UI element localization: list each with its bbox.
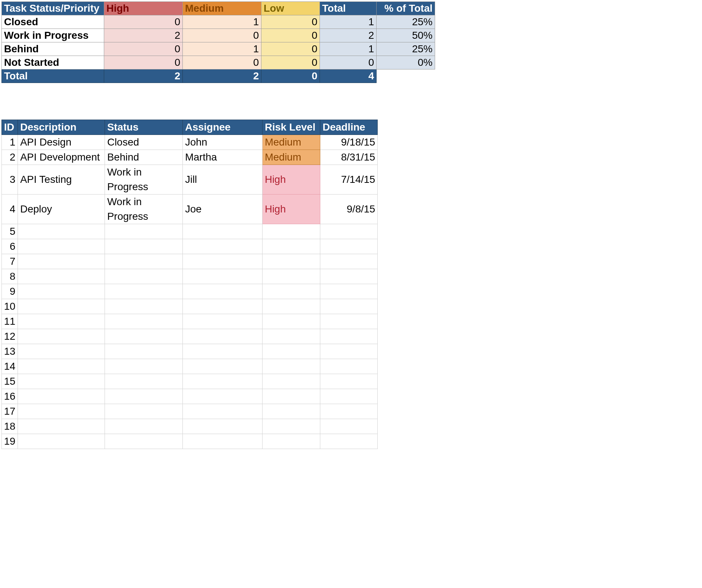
cell-assignee[interactable] [183, 284, 263, 299]
cell-assignee[interactable] [183, 389, 263, 404]
cell-status[interactable] [105, 239, 183, 254]
summary-cell[interactable]: 0 [104, 42, 183, 56]
col-header-risk[interactable]: Risk Level [263, 120, 320, 135]
cell-description[interactable] [18, 314, 105, 329]
cell-deadline[interactable] [320, 284, 378, 299]
col-header-medium[interactable]: Medium [183, 2, 261, 15]
cell-risk[interactable] [263, 284, 320, 299]
cell-description[interactable] [18, 329, 105, 344]
cell-status[interactable] [105, 344, 183, 359]
cell-description[interactable] [18, 224, 105, 239]
cell-risk[interactable] [263, 404, 320, 419]
col-header-description[interactable]: Description [18, 120, 105, 135]
cell-description[interactable]: API Development [18, 150, 105, 165]
summary-row-label[interactable]: Behind [2, 42, 104, 56]
cell-description[interactable] [18, 434, 105, 449]
cell-risk[interactable] [263, 329, 320, 344]
cell-risk[interactable] [263, 254, 320, 269]
cell-id[interactable]: 15 [2, 374, 18, 389]
summary-cell[interactable]: 1 [320, 42, 377, 56]
cell-deadline[interactable] [320, 254, 378, 269]
summary-cell[interactable]: 50% [377, 29, 435, 42]
summary-row-label[interactable]: Closed [2, 15, 104, 29]
summary-cell[interactable]: 0 [183, 29, 261, 42]
col-header-id[interactable]: ID [2, 120, 18, 135]
cell-risk[interactable]: Medium [263, 135, 320, 150]
cell-deadline[interactable] [320, 314, 378, 329]
summary-cell[interactable]: 0 [261, 15, 320, 29]
cell-description[interactable] [18, 299, 105, 314]
cell-risk[interactable] [263, 434, 320, 449]
cell-assignee[interactable] [183, 329, 263, 344]
cell-description[interactable]: Deploy [18, 195, 105, 224]
cell-id[interactable]: 1 [2, 135, 18, 150]
col-header-low[interactable]: Low [261, 2, 320, 15]
cell-status[interactable] [105, 299, 183, 314]
col-header-deadline[interactable]: Deadline [320, 120, 378, 135]
summary-cell[interactable]: 0% [377, 56, 435, 69]
cell-assignee[interactable]: Martha [183, 150, 263, 165]
cell-id[interactable]: 8 [2, 269, 18, 284]
summary-total-cell[interactable]: 0 [261, 69, 320, 83]
cell-deadline[interactable]: 9/18/15 [320, 135, 378, 150]
cell-assignee[interactable] [183, 224, 263, 239]
cell-assignee[interactable] [183, 314, 263, 329]
cell-assignee[interactable] [183, 374, 263, 389]
cell-status[interactable] [105, 254, 183, 269]
cell-status[interactable]: Behind [105, 150, 183, 165]
cell-assignee[interactable] [183, 254, 263, 269]
summary-cell[interactable]: 0 [104, 15, 183, 29]
cell-id[interactable]: 7 [2, 254, 18, 269]
col-header-high[interactable]: High [104, 2, 183, 15]
cell-risk[interactable] [263, 344, 320, 359]
cell-deadline[interactable] [320, 269, 378, 284]
cell-deadline[interactable] [320, 224, 378, 239]
cell-description[interactable] [18, 359, 105, 374]
cell-id[interactable]: 10 [2, 299, 18, 314]
cell-id[interactable]: 9 [2, 284, 18, 299]
cell-status[interactable] [105, 434, 183, 449]
summary-cell[interactable]: 0 [104, 56, 183, 69]
summary-cell[interactable]: 1 [320, 15, 377, 29]
cell-deadline[interactable] [320, 404, 378, 419]
cell-id[interactable]: 19 [2, 434, 18, 449]
cell-id[interactable]: 17 [2, 404, 18, 419]
cell-assignee[interactable]: Jill [183, 165, 263, 195]
cell-deadline[interactable] [320, 239, 378, 254]
cell-risk[interactable] [263, 224, 320, 239]
summary-cell[interactable]: 0 [261, 56, 320, 69]
cell-assignee[interactable] [183, 404, 263, 419]
summary-row-label[interactable]: Work in Progress [2, 29, 104, 42]
cell-deadline[interactable] [320, 419, 378, 434]
cell-description[interactable] [18, 389, 105, 404]
cell-assignee[interactable]: Joe [183, 195, 263, 224]
cell-deadline[interactable]: 9/8/15 [320, 195, 378, 224]
cell-id[interactable]: 12 [2, 329, 18, 344]
cell-id[interactable]: 2 [2, 150, 18, 165]
cell-risk[interactable] [263, 359, 320, 374]
summary-cell[interactable]: 1 [183, 15, 261, 29]
cell-risk[interactable] [263, 299, 320, 314]
summary-cell[interactable]: 25% [377, 42, 435, 56]
cell-deadline[interactable] [320, 359, 378, 374]
cell-status[interactable] [105, 374, 183, 389]
cell-risk[interactable] [263, 269, 320, 284]
cell-deadline[interactable] [320, 389, 378, 404]
cell-assignee[interactable] [183, 434, 263, 449]
cell-status[interactable] [105, 404, 183, 419]
summary-cell[interactable]: 0 [183, 56, 261, 69]
cell-description[interactable] [18, 239, 105, 254]
cell-deadline[interactable] [320, 329, 378, 344]
col-header-assignee[interactable]: Assignee [183, 120, 263, 135]
cell-risk[interactable] [263, 314, 320, 329]
cell-deadline[interactable] [320, 299, 378, 314]
cell-description[interactable]: API Design [18, 135, 105, 150]
summary-cell[interactable]: 2 [320, 29, 377, 42]
cell-id[interactable]: 3 [2, 165, 18, 195]
cell-description[interactable] [18, 344, 105, 359]
cell-deadline[interactable] [320, 434, 378, 449]
cell-id[interactable]: 6 [2, 239, 18, 254]
col-header-pct[interactable]: % of Total [377, 2, 435, 15]
col-header-status-priority[interactable]: Task Status/Priority [2, 2, 104, 15]
cell-deadline[interactable]: 8/31/15 [320, 150, 378, 165]
